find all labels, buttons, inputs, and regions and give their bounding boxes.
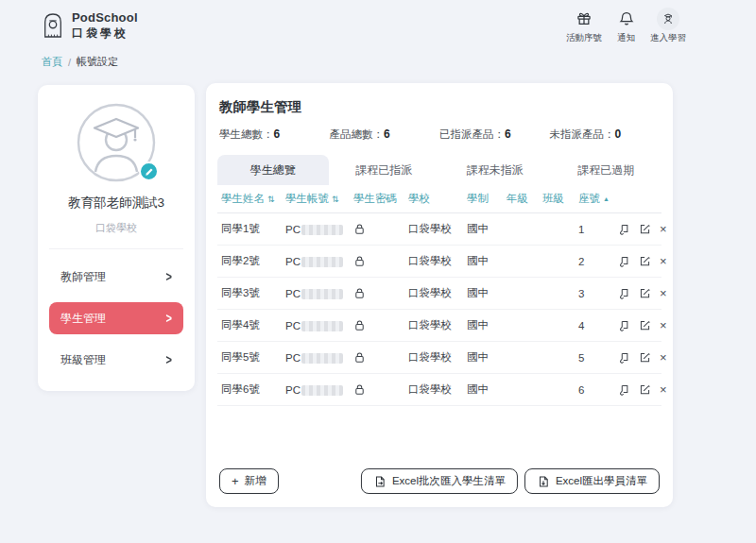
row-actions: × [618, 383, 669, 396]
cell-stage: 國中 [467, 254, 507, 268]
delete-icon[interactable]: × [660, 255, 667, 267]
cell-password[interactable] [353, 223, 408, 235]
edit-icon[interactable] [639, 223, 651, 235]
cell-seat: 4 [578, 320, 618, 331]
logo-title: PodSchool [72, 10, 138, 25]
app-logo[interactable]: PodSchool 口袋學校 [42, 10, 138, 42]
row-actions: × [618, 287, 669, 299]
cell-password[interactable] [353, 287, 408, 299]
breadcrumb-home-link[interactable]: 首頁 [42, 55, 62, 69]
sidebar-item-teacher-management[interactable]: 教師管理 > [49, 261, 183, 293]
table-row: 同學2號 PC 口袋學校 國中 2 × [217, 246, 662, 278]
cell-name: 同學6號 [221, 382, 285, 397]
account-blurred [301, 385, 343, 396]
tab-course-unassigned[interactable]: 課程未指派 [439, 155, 551, 185]
col-student-name[interactable]: 學生姓名⇅ [221, 192, 285, 206]
edit-icon[interactable] [639, 383, 651, 396]
stat-unassigned-products: 未指派產品：0 [550, 127, 661, 142]
sidebar-item-student-management[interactable]: 學生管理 > [49, 302, 183, 334]
stat-total-products: 產品總數：6 [330, 127, 440, 142]
cell-seat: 3 [578, 288, 618, 299]
page-title: 教師學生管理 [219, 98, 662, 116]
tab-course-expired[interactable]: 課程已過期 [551, 155, 662, 185]
delete-icon[interactable]: × [660, 383, 667, 396]
cell-seat: 1 [578, 224, 618, 235]
stat-total-students: 學生總數：6 [219, 127, 330, 142]
breadcrumb-current: 帳號設定 [77, 55, 118, 69]
cell-password[interactable] [353, 319, 408, 331]
menu-label: 教師管理 [60, 269, 106, 285]
pencil-icon [145, 167, 154, 177]
cell-password[interactable] [353, 351, 408, 364]
logo-text: PodSchool 口袋學校 [72, 10, 138, 42]
gift-icon [576, 8, 593, 30]
add-student-button[interactable]: + 新增 [219, 468, 279, 494]
col-seat[interactable]: 座號▲ [578, 192, 618, 206]
activity-code-button[interactable]: 活動序號 [566, 8, 602, 44]
edit-icon[interactable] [639, 287, 651, 299]
chevron-right-icon: > [166, 270, 172, 284]
notifications-button[interactable]: 通知 [617, 8, 635, 44]
enter-learning-button[interactable]: 進入學習 [650, 8, 686, 44]
col-student-account[interactable]: 學生帳號⇅ [285, 192, 353, 206]
row-actions: × [618, 351, 669, 364]
sidebar-item-class-management[interactable]: 班級管理 > [49, 344, 183, 376]
tab-student-overview[interactable]: 學生總覽 [217, 155, 329, 185]
delete-icon[interactable]: × [660, 319, 667, 331]
activity-code-label: 活動序號 [566, 32, 602, 44]
lock-icon [353, 223, 408, 235]
assign-course-icon[interactable] [618, 287, 630, 299]
cell-account: PC [285, 320, 353, 331]
cell-stage: 國中 [467, 286, 507, 300]
table-header: 學生姓名⇅ 學生帳號⇅ 學生密碼 學校 學制 年級 班級 座號▲ [217, 185, 662, 213]
cell-account: PC [285, 384, 353, 396]
edit-icon[interactable] [639, 255, 651, 267]
table-row: 同學5號 PC 口袋學校 國中 5 × [217, 342, 662, 374]
cell-password[interactable] [353, 383, 408, 396]
edit-icon[interactable] [639, 319, 651, 331]
delete-icon[interactable]: × [660, 351, 667, 364]
cell-school: 口袋學校 [408, 382, 467, 397]
breadcrumb: 首頁 / 帳號設定 [42, 55, 756, 69]
account-blurred [301, 257, 343, 267]
lock-icon [353, 287, 408, 299]
assign-course-icon[interactable] [618, 223, 630, 235]
tab-course-assigned[interactable]: 課程已指派 [329, 155, 440, 185]
cell-name: 同學3號 [221, 286, 285, 300]
excel-import-label: Excel批次匯入學生清單 [392, 474, 506, 488]
assign-course-icon[interactable] [618, 319, 630, 331]
account-blurred [301, 321, 343, 331]
sort-icon[interactable]: ⇅ [332, 195, 339, 204]
cell-name: 同學2號 [221, 254, 285, 268]
sort-ascending-icon[interactable]: ▲ [603, 195, 610, 202]
lock-icon [353, 383, 408, 396]
sort-icon[interactable]: ⇅ [267, 195, 275, 204]
col-class: 班級 [542, 192, 578, 206]
cell-account: PC [285, 288, 353, 299]
cell-password[interactable] [353, 255, 408, 267]
cell-name: 同學5號 [221, 350, 285, 365]
account-blurred [301, 353, 343, 364]
edit-avatar-button[interactable] [139, 161, 159, 181]
row-actions: × [618, 319, 669, 331]
profile-school: 口袋學校 [49, 221, 183, 235]
cell-name: 同學4號 [221, 318, 285, 332]
excel-export-button[interactable]: Excel匯出學員清單 [524, 468, 660, 494]
cell-school: 口袋學校 [408, 350, 467, 365]
delete-icon[interactable]: × [660, 287, 667, 299]
excel-export-label: Excel匯出學員清單 [556, 474, 647, 488]
assign-course-icon[interactable] [618, 351, 630, 364]
col-student-password: 學生密碼 [353, 192, 408, 206]
row-actions: × [618, 255, 669, 267]
delete-icon[interactable]: × [660, 223, 667, 235]
assign-course-icon[interactable] [618, 255, 630, 267]
edit-icon[interactable] [639, 351, 651, 364]
profile-avatar [76, 102, 157, 183]
cell-school: 口袋學校 [408, 318, 467, 332]
lock-icon [353, 255, 408, 267]
cell-seat: 2 [578, 256, 618, 267]
assign-course-icon[interactable] [618, 383, 630, 396]
row-actions: × [618, 223, 669, 235]
excel-import-button[interactable]: Excel批次匯入學生清單 [361, 468, 518, 494]
lock-icon [353, 351, 408, 364]
